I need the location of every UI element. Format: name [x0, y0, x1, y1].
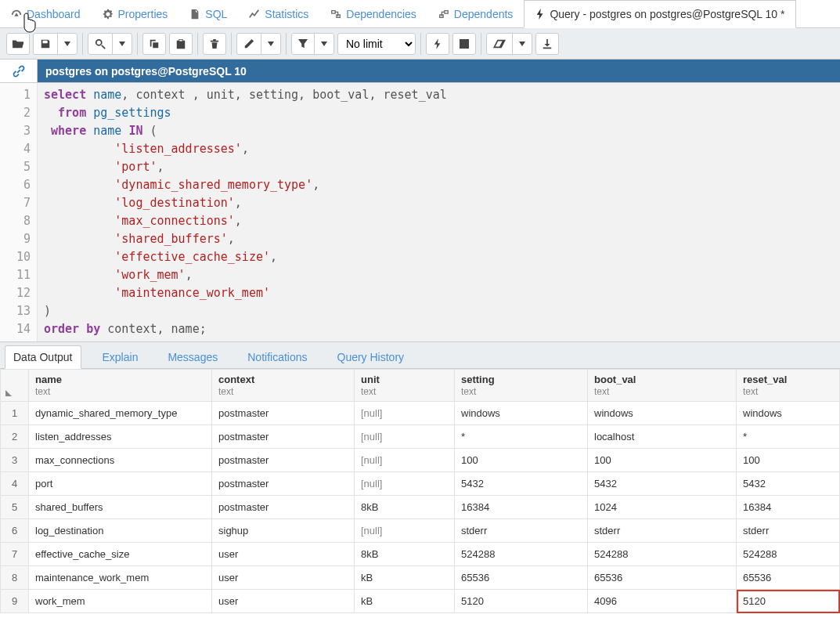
row-number[interactable]: 6	[1, 519, 29, 543]
cell[interactable]: windows	[455, 402, 588, 425]
table-row[interactable]: 4portpostmaster[null]543254325432	[1, 472, 840, 496]
copy-button[interactable]	[142, 33, 166, 55]
connection-status-icon[interactable]	[0, 60, 38, 82]
cell[interactable]: 100	[455, 449, 588, 472]
tab-query-history[interactable]: Query History	[329, 345, 413, 368]
stop-button[interactable]	[452, 33, 476, 55]
open-file-button[interactable]	[6, 33, 30, 55]
cell[interactable]: postmaster	[212, 472, 355, 496]
cell[interactable]: sighup	[212, 519, 355, 543]
execute-button[interactable]	[426, 33, 449, 55]
cell[interactable]: [null]	[355, 425, 455, 449]
cell[interactable]: stderr	[455, 519, 588, 543]
row-number[interactable]: 5	[1, 496, 29, 519]
row-number[interactable]: 2	[1, 425, 29, 449]
cell[interactable]: shared_buffers	[29, 496, 212, 519]
result-grid[interactable]: nametext contexttext unittext settingtex…	[0, 369, 840, 613]
cell[interactable]: postmaster	[212, 402, 355, 425]
tab-sql[interactable]: SQL	[178, 0, 238, 27]
chevron-down-icon[interactable]	[314, 34, 333, 54]
cell[interactable]: 65536	[455, 566, 588, 590]
sql-editor[interactable]: 1234567891011121314 select name, context…	[0, 83, 840, 342]
col-header[interactable]: nametext	[29, 370, 212, 402]
table-row[interactable]: 8maintenance_work_memuserkB6553665536655…	[1, 566, 840, 590]
cell[interactable]: 65536	[737, 566, 840, 590]
cell[interactable]: [null]	[355, 449, 455, 472]
tab-dependents[interactable]: Dependents	[427, 0, 525, 27]
cell[interactable]: windows	[737, 402, 840, 425]
cell[interactable]: windows	[588, 402, 737, 425]
col-header[interactable]: reset_valtext	[737, 370, 840, 402]
edit-button[interactable]	[236, 33, 281, 55]
cell[interactable]: 8kB	[355, 543, 455, 566]
table-row[interactable]: 5shared_bufferspostmaster8kB163841024163…	[1, 496, 840, 519]
corner-cell[interactable]	[1, 370, 29, 402]
cell[interactable]: postmaster	[212, 425, 355, 449]
col-header[interactable]: contexttext	[212, 370, 355, 402]
col-header[interactable]: unittext	[355, 370, 455, 402]
cell[interactable]: kB	[355, 590, 455, 613]
tab-messages[interactable]: Messages	[159, 345, 226, 368]
cell[interactable]: 5432	[588, 472, 737, 496]
cell[interactable]: 100	[737, 449, 840, 472]
row-number[interactable]: 4	[1, 472, 29, 496]
connection-label[interactable]: postgres on postgres@PostgreSQL 10	[38, 60, 840, 82]
clear-button[interactable]	[486, 33, 532, 55]
cell[interactable]: user	[212, 566, 355, 590]
cell[interactable]: 4096	[588, 590, 737, 613]
col-header[interactable]: boot_valtext	[588, 370, 737, 402]
cell[interactable]: listen_addresses	[29, 425, 212, 449]
row-number[interactable]: 7	[1, 543, 29, 566]
cell[interactable]: port	[29, 472, 212, 496]
cell[interactable]: 524288	[588, 543, 737, 566]
tab-dashboard[interactable]: Dashboard	[0, 0, 92, 27]
cell[interactable]: 16384	[455, 496, 588, 519]
cell[interactable]: maintenance_work_mem	[29, 566, 212, 590]
table-row[interactable]: 1dynamic_shared_memory_typepostmaster[nu…	[1, 402, 840, 425]
cell[interactable]: postmaster	[212, 449, 355, 472]
tab-data-output[interactable]: Data Output	[5, 345, 81, 369]
cell[interactable]: 524288	[455, 543, 588, 566]
table-row[interactable]: 6log_destinationsighup[null]stderrstderr…	[1, 519, 840, 543]
tab-notifications[interactable]: Notifications	[239, 345, 315, 368]
paste-button[interactable]	[169, 33, 193, 55]
cell[interactable]: dynamic_shared_memory_type	[29, 402, 212, 425]
row-number[interactable]: 8	[1, 566, 29, 590]
chevron-down-icon[interactable]	[512, 34, 532, 54]
editor-body[interactable]: select name, context , unit, setting, bo…	[38, 83, 840, 341]
cell[interactable]: 5120	[737, 590, 840, 613]
cell[interactable]: 5432	[737, 472, 840, 496]
cell[interactable]: log_destination	[29, 519, 212, 543]
row-limit-select[interactable]: No limit	[337, 33, 416, 55]
tab-statistics[interactable]: Statistics	[238, 0, 319, 27]
cell[interactable]: max_connections	[29, 449, 212, 472]
cell[interactable]: [null]	[355, 402, 455, 425]
col-header[interactable]: settingtext	[455, 370, 588, 402]
table-row[interactable]: 7effective_cache_sizeuser8kB524288524288…	[1, 543, 840, 566]
table-row[interactable]: 9work_memuserkB512040965120	[1, 590, 840, 613]
tab-dependencies[interactable]: Dependencies	[319, 0, 427, 27]
filter-button[interactable]	[291, 33, 334, 55]
tab-query[interactable]: Query - postgres on postgres@PostgreSQL …	[524, 0, 796, 28]
tab-properties[interactable]: Properties	[92, 0, 179, 27]
cell[interactable]: 100	[588, 449, 737, 472]
cell[interactable]: *	[737, 425, 840, 449]
table-row[interactable]: 3max_connectionspostmaster[null]10010010…	[1, 449, 840, 472]
cell[interactable]: *	[455, 425, 588, 449]
cell[interactable]: 8kB	[355, 496, 455, 519]
download-button[interactable]	[535, 33, 559, 55]
save-file-button[interactable]	[33, 33, 78, 55]
row-number[interactable]: 9	[1, 590, 29, 613]
cell[interactable]: 16384	[737, 496, 840, 519]
cell[interactable]: effective_cache_size	[29, 543, 212, 566]
chevron-down-icon[interactable]	[261, 34, 280, 54]
cell[interactable]: work_mem	[29, 590, 212, 613]
cell[interactable]: 5432	[455, 472, 588, 496]
find-button[interactable]	[88, 33, 132, 55]
cell[interactable]: 524288	[737, 543, 840, 566]
cell[interactable]: stderr	[588, 519, 737, 543]
cell[interactable]: postmaster	[212, 496, 355, 519]
cell[interactable]: [null]	[355, 519, 455, 543]
cell[interactable]: 5120	[455, 590, 588, 613]
table-row[interactable]: 2listen_addressespostmaster[null]*localh…	[1, 425, 840, 449]
